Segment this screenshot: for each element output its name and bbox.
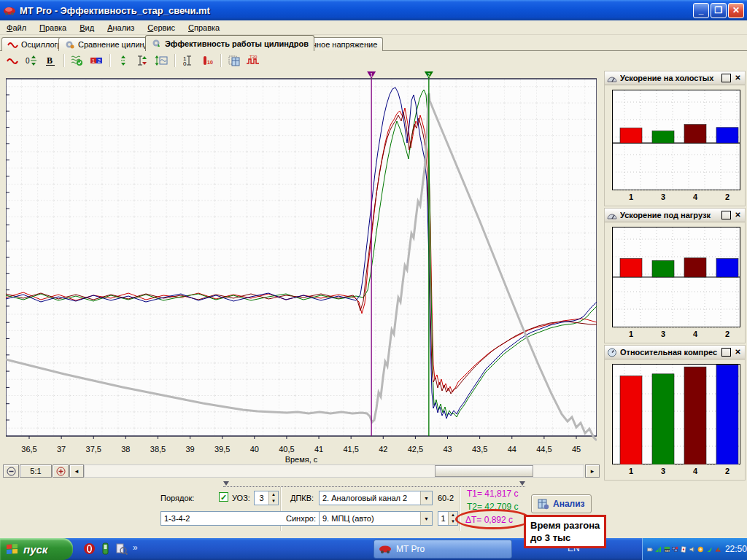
analysis-label: Анализ <box>553 499 585 509</box>
thermometer-10-button[interactable]: 10 <box>198 52 216 69</box>
sbs-icon[interactable]: SBS <box>664 545 670 554</box>
slider-right-handle[interactable] <box>519 481 525 486</box>
panel-caption[interactable]: Ускорение на холостых✕ <box>605 71 745 85</box>
combo-dropdown-icon[interactable]: ▼ <box>420 491 432 505</box>
volume-icon[interactable] <box>689 545 696 554</box>
category-label: 3 <box>661 467 665 475</box>
category-label: 2 <box>725 330 729 338</box>
panel-close-button[interactable]: ✕ <box>733 348 743 357</box>
slider-left-handle[interactable] <box>223 481 229 486</box>
tab-cylinder-efficiency[interactable]: Эффективность работы цилиндров <box>145 35 314 51</box>
taskbar-mtpro-button[interactable]: MT Pro <box>374 540 512 559</box>
channels-1-2-icon: 12 <box>90 56 103 65</box>
tab-label: Эффективность работы цилиндров <box>165 39 309 48</box>
panel-maximize-button[interactable] <box>721 211 731 219</box>
panel-bar-chart <box>612 364 740 464</box>
alert-ring-icon[interactable] <box>697 545 704 554</box>
expand-vertical-icon <box>118 55 128 66</box>
x-tick-label: 43 <box>443 445 452 454</box>
quicklaunch-chevron[interactable]: » <box>133 542 138 553</box>
opera-icon[interactable] <box>83 542 96 555</box>
panel-bar-chart <box>612 227 740 327</box>
search-doc-icon[interactable] <box>115 542 128 555</box>
panel-close-button[interactable]: ✕ <box>733 74 743 82</box>
minimize-button[interactable]: _ <box>693 3 709 18</box>
sync-combo[interactable]: 9. МПЦ (авто) ▼ <box>319 511 433 526</box>
annotation-line2: до 3 тыс <box>530 532 600 544</box>
chart-h-scrollbar[interactable] <box>84 464 584 478</box>
bar-cyl-2 <box>716 365 738 464</box>
digits-01-button[interactable]: 10 <box>179 52 197 69</box>
bold-button[interactable]: B <box>42 52 59 69</box>
x-tick-label: 41 <box>314 445 323 454</box>
panel-caption[interactable]: Ускорение под нагрузк✕ <box>605 209 745 222</box>
thermometer-10-icon: 10 <box>201 55 213 66</box>
battery-icon[interactable] <box>647 545 654 554</box>
wave-tool-button[interactable] <box>4 52 21 69</box>
pulse-period-button[interactable]: T20 <box>244 52 262 69</box>
analysis-button[interactable]: Анализ <box>531 494 592 513</box>
menu-edit[interactable]: Правка <box>33 22 73 34</box>
compression-gauge-icon <box>607 348 617 357</box>
signal-bars-icon[interactable] <box>655 545 662 554</box>
x-tick-label: 42,5 <box>408 445 423 454</box>
gear-efficiency-icon <box>151 39 162 48</box>
panel-close-button[interactable]: ✕ <box>733 211 743 219</box>
x-tick-label: 38,5 <box>150 445 166 454</box>
zoom-out-button[interactable] <box>3 464 19 478</box>
svg-text:1: 1 <box>92 58 95 63</box>
x-tick-label: 39 <box>185 445 194 454</box>
expand-vertical-button[interactable] <box>115 52 132 69</box>
waves-check-button[interactable] <box>69 52 86 69</box>
auto-scale-button[interactable] <box>152 52 170 69</box>
svg-text:2: 2 <box>98 58 101 63</box>
combo-dropdown-icon[interactable]: ▼ <box>420 512 432 525</box>
uoz-spinner[interactable]: 3 ▲▼ <box>254 491 279 505</box>
toolbar-separator <box>220 54 221 67</box>
x-tick-label: 42 <box>379 445 387 454</box>
menu-view[interactable]: Вид <box>73 22 101 34</box>
menu-service[interactable]: Сервис <box>141 22 182 34</box>
green-shield-icon[interactable] <box>706 545 713 554</box>
window-title: MT Pro - Эффективность_стар_свечи.mt <box>20 5 692 16</box>
oscillogram-plot[interactable]: 12 <box>6 71 597 443</box>
network-error-icon[interactable] <box>672 545 678 554</box>
scroll-left-button[interactable]: ◂ <box>69 464 84 478</box>
uoz-down-button[interactable]: ▼ <box>269 498 278 505</box>
copy-table-button[interactable] <box>225 52 243 69</box>
panel-maximize-button[interactable] <box>721 348 731 357</box>
close-button[interactable]: ✕ <box>728 3 744 18</box>
menu-file[interactable]: Файл <box>0 22 33 34</box>
svg-text:0: 0 <box>183 61 187 66</box>
toolbar-separator <box>174 54 175 67</box>
start-button[interactable]: пуск <box>0 538 73 560</box>
svg-text:10: 10 <box>207 60 213 65</box>
channels-1-2-button[interactable]: 12 <box>88 52 105 69</box>
bar-cyl-1 <box>620 258 642 277</box>
zoom-in-button[interactable] <box>53 464 69 478</box>
category-label: 3 <box>661 192 665 201</box>
card-icon[interactable] <box>681 545 687 554</box>
menu-analysis[interactable]: Анализ <box>101 22 141 34</box>
time-range-slider[interactable] <box>223 480 525 487</box>
phone-app-icon[interactable] <box>99 542 112 555</box>
gauge-icon <box>607 211 617 220</box>
red-triangle-icon[interactable] <box>715 545 721 554</box>
panel-title: Относительная компрес <box>620 348 719 357</box>
uoz-checkbox[interactable]: ✓ <box>219 492 228 502</box>
panel-maximize-button[interactable] <box>721 74 731 82</box>
menu-help[interactable]: Справка <box>182 22 226 34</box>
scroll-right-button[interactable]: ▸ <box>585 464 600 478</box>
panel-caption[interactable]: Относительная компрес✕ <box>605 346 745 359</box>
restore-button[interactable]: ❐ <box>711 3 727 18</box>
scrollbar-thumb[interactable] <box>435 465 533 477</box>
svg-text:SBS: SBS <box>665 549 670 552</box>
dpkv-combo[interactable]: 2. Аналоговый канал 2 ▼ <box>319 491 433 505</box>
annotation-line1: Время разгона <box>530 519 600 532</box>
bar-cyl-4 <box>684 367 706 464</box>
svg-text:T20: T20 <box>249 55 258 59</box>
fit-signal-button[interactable] <box>133 52 151 69</box>
svg-text:1: 1 <box>370 72 373 77</box>
zero-scale-button[interactable]: 0 <box>23 52 40 69</box>
uoz-up-button[interactable]: ▲ <box>269 491 278 498</box>
